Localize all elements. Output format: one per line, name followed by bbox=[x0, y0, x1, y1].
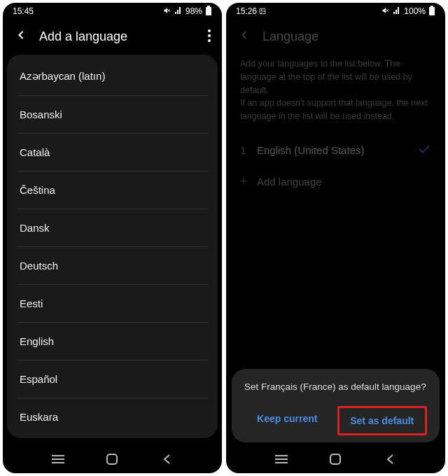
info-text: Add your languages to the list below. Th… bbox=[226, 55, 445, 134]
content: Azərbaycan (latın) Bosanski Català Češti… bbox=[3, 55, 222, 445]
status-bar: 15:45 98% bbox=[3, 3, 222, 20]
add-language-row[interactable]: + Add language bbox=[226, 166, 445, 197]
back-icon[interactable] bbox=[14, 28, 28, 45]
svg-point-2 bbox=[208, 29, 211, 32]
svg-point-10 bbox=[261, 10, 262, 11]
svg-rect-16 bbox=[330, 454, 340, 464]
nav-bar bbox=[3, 445, 222, 473]
info-line: Add your languages to the list below. Th… bbox=[240, 57, 431, 97]
status-indicators: 98% bbox=[163, 6, 212, 18]
set-as-default-button[interactable]: Set as default bbox=[337, 406, 428, 435]
signal-icon bbox=[174, 6, 183, 17]
row-name: English (United States) bbox=[257, 144, 417, 156]
dialog-title: Set Français (France) as default languag… bbox=[244, 382, 427, 392]
language-item[interactable]: Bosanski bbox=[17, 96, 208, 134]
mute-icon bbox=[382, 6, 390, 17]
battery-icon bbox=[205, 6, 212, 18]
svg-point-3 bbox=[208, 34, 211, 37]
language-list: Azərbaycan (latın) Bosanski Català Češti… bbox=[7, 55, 218, 438]
row-index: 1 bbox=[240, 144, 257, 156]
header: Language bbox=[226, 20, 445, 55]
language-item[interactable]: Euskara bbox=[17, 398, 208, 435]
phone-left: 15:45 98% Add a language Azərbaycan (lat… bbox=[3, 3, 222, 473]
mute-icon bbox=[163, 6, 172, 17]
recent-apps-button[interactable] bbox=[50, 451, 66, 467]
nav-bar bbox=[226, 445, 445, 473]
svg-rect-1 bbox=[207, 6, 210, 7]
default-language-dialog: Set Français (France) as default languag… bbox=[232, 369, 440, 442]
keep-current-button[interactable]: Keep current bbox=[244, 406, 330, 435]
language-item[interactable]: Azərbaycan (latın) bbox=[17, 57, 208, 96]
dialog-buttons: Keep current Set as default bbox=[244, 406, 427, 435]
status-indicators: 100% bbox=[382, 6, 435, 18]
signal-icon bbox=[393, 6, 401, 17]
language-item[interactable]: Eesti bbox=[17, 285, 208, 323]
home-button[interactable] bbox=[328, 451, 343, 467]
svg-rect-0 bbox=[206, 7, 211, 15]
more-icon[interactable] bbox=[208, 29, 211, 44]
info-line: If an app doesn't support that language,… bbox=[240, 97, 431, 123]
phone-right: 15:26 100% Language Add your languages t… bbox=[226, 3, 445, 473]
battery-text: 98% bbox=[186, 6, 202, 16]
svg-point-4 bbox=[208, 39, 211, 42]
home-button[interactable] bbox=[104, 451, 120, 467]
battery-icon bbox=[428, 6, 435, 18]
language-item[interactable]: English bbox=[17, 323, 208, 360]
dimmed-background: Language Add your languages to the list … bbox=[226, 20, 445, 197]
status-bar: 15:26 100% bbox=[226, 3, 445, 20]
battery-text: 100% bbox=[404, 6, 426, 16]
page-title: Language bbox=[262, 29, 434, 44]
back-button[interactable] bbox=[159, 451, 174, 467]
language-item[interactable]: Dansk bbox=[17, 209, 208, 247]
svg-rect-11 bbox=[429, 7, 435, 15]
page-title: Add a language bbox=[39, 29, 208, 44]
language-item[interactable]: Català bbox=[17, 134, 208, 172]
header: Add a language bbox=[3, 20, 222, 55]
recent-apps-button[interactable] bbox=[274, 451, 289, 467]
add-label: Add language bbox=[257, 176, 322, 188]
checkmark-icon bbox=[417, 143, 431, 158]
status-time: 15:45 bbox=[13, 6, 34, 16]
svg-rect-8 bbox=[107, 454, 117, 464]
language-row[interactable]: 1 English (United States) bbox=[226, 134, 445, 166]
status-time: 15:26 bbox=[236, 6, 266, 16]
language-item[interactable]: Čeština bbox=[17, 172, 208, 209]
language-item[interactable]: Deutsch bbox=[17, 247, 208, 285]
language-item[interactable]: Español bbox=[17, 360, 208, 398]
back-icon[interactable] bbox=[237, 28, 251, 45]
back-button[interactable] bbox=[382, 451, 398, 467]
svg-rect-12 bbox=[430, 6, 433, 7]
plus-icon: + bbox=[240, 174, 257, 189]
